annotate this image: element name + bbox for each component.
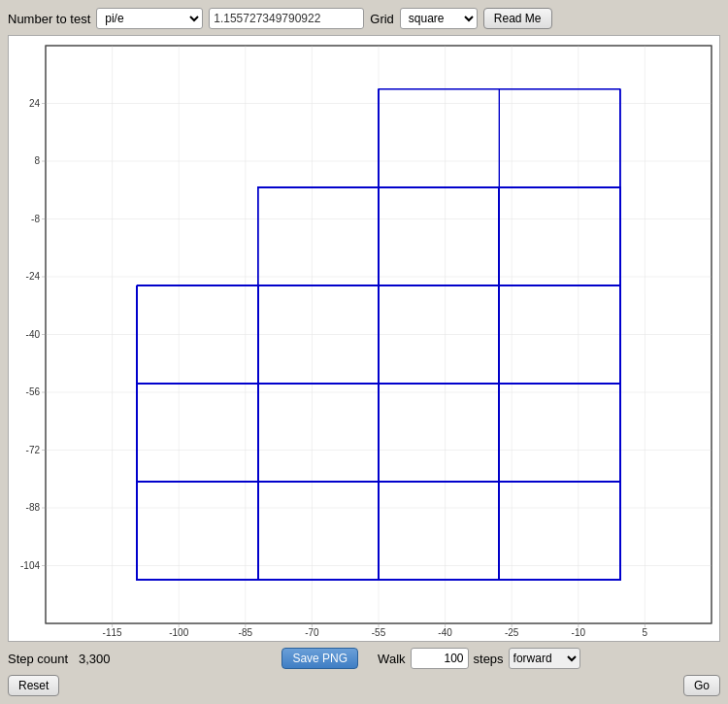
- number-select[interactable]: pi/epiesqrt(2)phicustom: [96, 8, 203, 29]
- read-me-button[interactable]: Read Me: [483, 8, 552, 29]
- walk-input[interactable]: [411, 648, 469, 669]
- bottom-center: Save PNG Walk steps forwardbackward: [142, 648, 720, 669]
- step-count-value: 3,300: [79, 652, 111, 666]
- go-button[interactable]: Go: [683, 675, 720, 696]
- toolbar: Number to test pi/epiesqrt(2)phicustom G…: [8, 8, 720, 29]
- footer-row: Reset Go: [8, 675, 720, 696]
- plot-area: [8, 35, 720, 642]
- step-count-label: Step count: [8, 652, 68, 666]
- grid-select[interactable]: squarehexnone: [400, 8, 478, 29]
- number-label: Number to test: [8, 12, 90, 26]
- number-value-input[interactable]: [209, 8, 364, 29]
- step-count: Step count 3,300: [8, 652, 134, 666]
- bottom-bar: Step count 3,300 Save PNG Walk steps for…: [8, 648, 720, 669]
- save-png-button[interactable]: Save PNG: [281, 648, 358, 669]
- steps-label: steps: [474, 652, 504, 666]
- walk-label: Walk: [378, 652, 405, 666]
- direction-select[interactable]: forwardbackward: [509, 648, 580, 669]
- go-area: Go: [683, 675, 720, 696]
- grid-label: Grid: [370, 12, 394, 26]
- walk-area: Walk steps forwardbackward: [378, 648, 579, 669]
- plot-canvas: [9, 36, 720, 642]
- reset-button[interactable]: Reset: [8, 675, 59, 696]
- reset-area: Reset: [8, 675, 59, 696]
